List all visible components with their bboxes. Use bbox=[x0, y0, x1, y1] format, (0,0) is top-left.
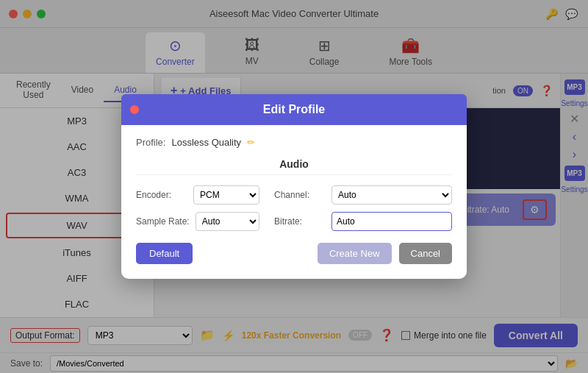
encoder-select[interactable]: PCM bbox=[193, 185, 259, 205]
profile-row: Profile: Lossless Quality ✏ bbox=[136, 137, 452, 148]
profile-label: Profile: bbox=[136, 137, 165, 148]
encoder-label: Encoder: bbox=[136, 190, 187, 200]
channel-label: Channel: bbox=[274, 190, 326, 200]
modal-close-button[interactable] bbox=[130, 105, 139, 114]
profile-name: Lossless Quality bbox=[171, 137, 241, 148]
audio-section-title: Audio bbox=[136, 158, 452, 175]
sample-rate-row: Sample Rate: Auto bbox=[136, 212, 259, 231]
modal-action-buttons: Create New Cancel bbox=[318, 243, 452, 264]
sample-rate-label: Sample Rate: bbox=[136, 216, 190, 227]
bitrate-input[interactable]: Auto bbox=[331, 212, 452, 231]
edit-profile-modal: Edit Profile Profile: Lossless Quality ✏… bbox=[121, 94, 467, 279]
bitrate-label: Bitrate: bbox=[274, 216, 326, 227]
app-container: Aiseesoft Mac Video Converter Ultimate 🔑… bbox=[0, 0, 588, 373]
edit-profile-icon[interactable]: ✏ bbox=[247, 137, 255, 148]
channel-select[interactable]: Auto bbox=[331, 185, 452, 205]
modal-header: Edit Profile bbox=[121, 94, 467, 125]
create-new-button[interactable]: Create New bbox=[318, 243, 392, 264]
audio-form: Encoder: PCM Channel: Auto Sample Rate: … bbox=[136, 185, 452, 231]
modal-title: Edit Profile bbox=[263, 103, 325, 116]
encoder-row: Encoder: PCM bbox=[136, 185, 259, 205]
modal-overlay: Edit Profile Profile: Lossless Quality ✏… bbox=[0, 0, 588, 373]
cancel-button[interactable]: Cancel bbox=[399, 243, 452, 264]
default-button[interactable]: Default bbox=[136, 243, 193, 264]
sample-rate-select[interactable]: Auto bbox=[196, 212, 259, 231]
channel-row: Channel: Auto bbox=[274, 185, 452, 205]
modal-footer: Default Create New Cancel bbox=[136, 243, 452, 264]
bitrate-row: Bitrate: Auto bbox=[274, 212, 452, 231]
